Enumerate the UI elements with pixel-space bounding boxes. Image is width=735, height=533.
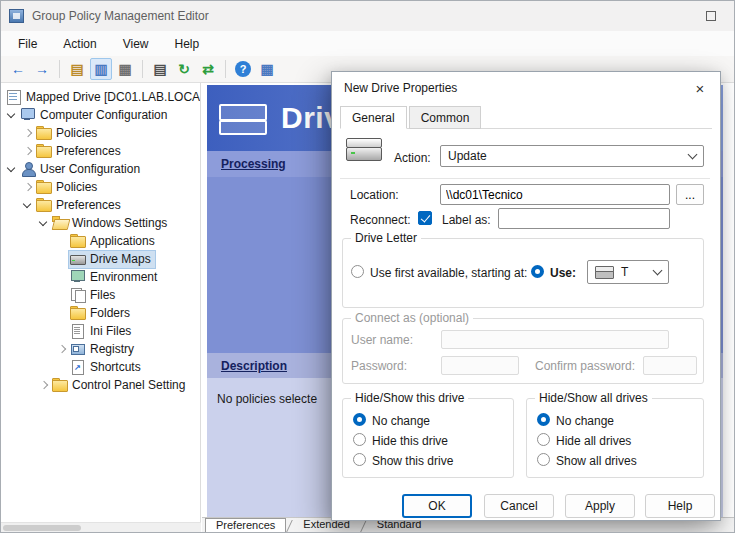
tree-item-label: Preferences (56, 198, 121, 212)
tree-item-shortcuts[interactable]: Shortcuts (1, 358, 200, 376)
list-view-icon[interactable]: ▦ (256, 58, 278, 80)
toolbar-separator (142, 60, 143, 78)
use-first-available-radio[interactable] (351, 265, 364, 278)
tree-hscrollbar[interactable] (1, 522, 201, 532)
chevron-down-icon[interactable] (5, 162, 19, 176)
processing-link[interactable]: Processing (221, 157, 286, 171)
help-icon[interactable]: ? (232, 58, 254, 80)
tree-item-user-preferences[interactable]: Preferences (1, 196, 200, 214)
hide-all-drives-radio[interactable] (537, 433, 550, 446)
chevron-right-icon[interactable] (37, 378, 51, 392)
user-name-input[interactable] (441, 330, 669, 349)
tree-item-label: Files (90, 288, 115, 302)
tree-item-computer-preferences[interactable]: Preferences (1, 142, 200, 160)
maximize-button[interactable] (706, 11, 716, 21)
export-list-icon[interactable]: ⇄ (197, 58, 219, 80)
action-dropdown[interactable]: Update (440, 145, 704, 167)
tree-item-label: Policies (56, 180, 97, 194)
location-input[interactable] (440, 184, 670, 205)
help-button[interactable]: Help (645, 494, 715, 518)
toolbar-separator (225, 60, 226, 78)
view-panes-icon[interactable]: ▥ (90, 58, 112, 80)
apply-button[interactable]: Apply (565, 494, 635, 518)
browse-button[interactable]: ... (676, 184, 704, 205)
chevron-right-icon[interactable] (21, 144, 35, 158)
tree-item-control-panel-settings[interactable]: Control Panel Setting (1, 376, 200, 394)
tree-item-registry[interactable]: Registry (1, 340, 200, 358)
user-icon (20, 162, 36, 176)
all-drives-no-change-radio[interactable] (537, 413, 550, 426)
chevron-down-icon (653, 265, 663, 275)
tree-hscrollbar-thumb[interactable] (3, 525, 81, 531)
menu-action[interactable]: Action (50, 33, 109, 55)
chevron-spacer (55, 252, 69, 266)
password-input[interactable] (441, 356, 519, 375)
show-this-drive-radio[interactable] (353, 453, 366, 466)
chevron-spacer (55, 306, 69, 320)
window-title: Group Policy Management Editor (32, 9, 209, 23)
action-label: Action: (394, 151, 431, 165)
tree-item-user-policies[interactable]: Policies (1, 178, 200, 196)
confirm-password-input[interactable] (643, 356, 697, 375)
tree-item-label: Drive Maps (90, 252, 151, 266)
chevron-right-icon[interactable] (21, 180, 35, 194)
forward-icon[interactable]: → (31, 58, 53, 80)
menu-file[interactable]: File (5, 33, 50, 55)
chevron-right-icon[interactable] (21, 126, 35, 140)
show-console-tree-icon[interactable]: ▤ (66, 58, 88, 80)
use-label: Use: (550, 266, 576, 280)
tree-item-applications[interactable]: Applications (1, 232, 200, 250)
tree-item-computer-configuration[interactable]: Computer Configuration (1, 106, 200, 124)
tree-item-ini-files[interactable]: Ini Files (1, 322, 200, 340)
refresh-icon[interactable]: ↻ (173, 58, 195, 80)
registry-icon (70, 342, 86, 356)
tree-item-files[interactable]: Files (1, 286, 200, 304)
show-all-drives-radio[interactable] (537, 453, 550, 466)
tree-item-mapped-drive[interactable]: Mapped Drive [DC01.LAB.LOCA (1, 88, 200, 106)
description-link[interactable]: Description (221, 359, 287, 373)
chevron-down-icon[interactable] (21, 198, 35, 212)
this-drive-no-change-radio[interactable] (353, 413, 366, 426)
tree-item-label: Preferences (56, 144, 121, 158)
chevron-down-icon (688, 149, 698, 159)
chevron-down-icon[interactable] (37, 216, 51, 230)
print-icon[interactable]: ▤ (149, 58, 171, 80)
no-policies-text: No policies selecte (217, 392, 317, 406)
properties-icon[interactable]: ▦ (114, 58, 136, 80)
cancel-button[interactable]: Cancel (484, 494, 554, 518)
drive-letter-dropdown[interactable]: T (587, 260, 669, 284)
close-icon[interactable]: × (690, 79, 710, 98)
menu-help[interactable]: Help (162, 33, 213, 55)
tree-item-label: Mapped Drive [DC01.LAB.LOCA (26, 90, 200, 104)
tree-item-label: Folders (90, 306, 130, 320)
tree-item-label: Shortcuts (90, 360, 141, 374)
hide-this-drive-radio[interactable] (353, 433, 366, 446)
folder-icon (36, 180, 52, 194)
tree-item-environment[interactable]: Environment (1, 268, 200, 286)
drive-header-icon (219, 103, 267, 133)
tree-item-windows-settings[interactable]: Windows Settings (1, 214, 200, 232)
tab-general[interactable]: General (340, 106, 407, 129)
tab-common[interactable]: Common (409, 106, 482, 129)
ok-button[interactable]: OK (402, 494, 472, 518)
tab-preferences[interactable]: Preferences (205, 518, 286, 532)
password-label: Password: (351, 359, 407, 373)
menu-view[interactable]: View (110, 33, 162, 55)
this-drive-no-change-label: No change (372, 414, 430, 428)
folder-icon (36, 126, 52, 140)
chevron-down-icon[interactable] (5, 108, 19, 122)
tree-item-user-configuration[interactable]: User Configuration (1, 160, 200, 178)
use-radio[interactable] (531, 265, 544, 278)
label-as-input[interactable] (498, 208, 670, 229)
back-icon[interactable]: ← (7, 58, 29, 80)
chevron-right-icon[interactable] (55, 342, 69, 356)
tree-item-computer-policies[interactable]: Policies (1, 124, 200, 142)
reconnect-checkbox[interactable] (418, 211, 432, 225)
dialog-titlebar: New Drive Properties (332, 72, 720, 104)
drive-letter-value: T (621, 265, 628, 279)
tree-item-folders[interactable]: Folders (1, 304, 200, 322)
tree-item-drive-maps[interactable]: Drive Maps (1, 250, 200, 268)
location-label: Location: (350, 188, 399, 202)
dialog-title: New Drive Properties (344, 81, 457, 95)
files-icon (70, 288, 86, 302)
